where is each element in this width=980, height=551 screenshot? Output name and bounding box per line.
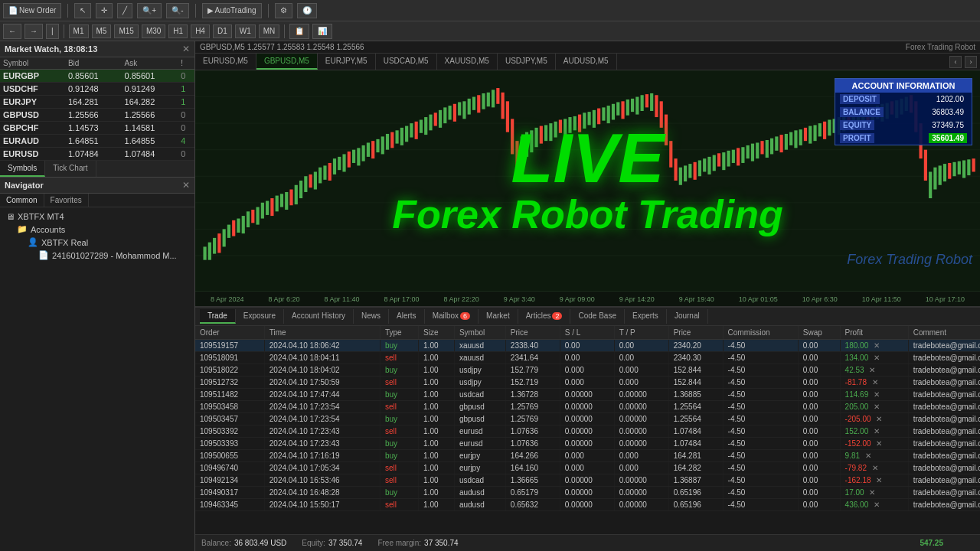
term-tab-trade[interactable]: Trade <box>200 309 236 324</box>
svg-rect-93 <box>612 104 615 120</box>
arrow-tool-button[interactable]: ↖ <box>74 3 91 18</box>
market-watch-row[interactable]: EURAUD 1.64851 1.64855 4 <box>0 135 194 148</box>
tf-w1[interactable]: W1 <box>235 24 256 38</box>
close-order-button[interactable]: ✕ <box>869 366 875 374</box>
tab-symbols[interactable]: Symbols <box>0 161 45 177</box>
tf-mn[interactable]: MN <box>259 24 280 38</box>
nav-item-account[interactable]: 📄 241601027289 - Mohammod M... <box>35 249 191 262</box>
term-tab-code-base[interactable]: Code Base <box>570 309 624 324</box>
svg-rect-98 <box>635 97 639 115</box>
market-watch-close[interactable]: ✕ <box>182 44 190 54</box>
term-tab-alerts[interactable]: Alerts <box>389 309 425 324</box>
line-tool-button[interactable]: ╱ <box>117 3 132 18</box>
close-order-button[interactable]: ✕ <box>874 354 880 362</box>
navigator-close[interactable]: ✕ <box>182 180 190 191</box>
term-tab-account-history[interactable]: Account History <box>284 309 354 324</box>
crosshair-button[interactable]: ✛ <box>96 3 113 18</box>
table-row[interactable]: 109512732 2024.04.10 17:50:59 sell 1.00 … <box>195 377 980 389</box>
nav-item-accounts[interactable]: 📁 Accounts <box>14 223 191 236</box>
close-order-button[interactable]: ✕ <box>876 439 882 448</box>
table-row[interactable]: 109463345 2024.04.10 15:50:17 sell 1.00 … <box>195 499 980 511</box>
close-order-button[interactable]: ✕ <box>874 500 880 509</box>
table-row[interactable]: 109519157 2024.04.10 18:06:42 buy 1.00 x… <box>195 340 980 352</box>
close-order-button[interactable]: ✕ <box>876 476 882 484</box>
indicators-button[interactable]: 📊 <box>312 24 332 39</box>
close-order-button[interactable]: ✕ <box>872 464 878 472</box>
table-row[interactable]: 109496740 2024.04.10 17:05:34 sell 1.00 … <box>195 462 980 474</box>
market-watch-row[interactable]: EURJPY 164.281 164.282 1 <box>0 96 194 109</box>
tab-tick-chart[interactable]: Tick Chart <box>45 161 96 177</box>
close-order-button[interactable]: ✕ <box>876 415 882 423</box>
market-watch-row[interactable]: GBPUSD 1.25566 1.25566 0 <box>0 109 194 122</box>
draw-line-button[interactable]: | <box>46 24 59 39</box>
chart-tabs-next[interactable]: › <box>965 56 977 68</box>
svg-rect-65 <box>477 95 480 112</box>
table-row[interactable]: 109503458 2024.04.10 17:23:54 sell 1.00 … <box>195 401 980 413</box>
market-watch-row[interactable]: EURUSD 1.07484 1.07484 0 <box>0 148 194 161</box>
term-tab-exposure[interactable]: Exposure <box>236 309 284 324</box>
table-row[interactable]: 109518091 2024.04.10 18:04:11 sell 1.00 … <box>195 352 980 364</box>
svg-rect-91 <box>602 107 605 120</box>
svg-rect-43 <box>371 141 374 158</box>
table-row[interactable]: 109500655 2024.04.10 17:16:19 buy 1.00 e… <box>195 450 980 462</box>
next-tool-button[interactable]: → <box>24 24 43 39</box>
close-order-button[interactable]: ✕ <box>869 488 875 497</box>
close-order-button[interactable]: ✕ <box>865 452 871 460</box>
table-row[interactable]: 109518022 2024.04.10 18:04:02 buy 1.00 u… <box>195 364 980 377</box>
nav-item-xbtfx[interactable]: 👤 XBTFX Real <box>24 236 191 249</box>
tf-d1[interactable]: D1 <box>213 24 232 38</box>
table-row[interactable]: 109511482 2024.04.10 17:47:44 buy 1.00 u… <box>195 389 980 401</box>
chart-tab-usdcad[interactable]: USDCAD,M5 <box>376 54 437 70</box>
chart-tab-audusd[interactable]: AUDUSD,M5 <box>556 54 617 70</box>
settings-button[interactable]: ⚙ <box>275 3 292 18</box>
chart-tabs-prev[interactable]: ‹ <box>949 56 962 68</box>
nav-tab-common[interactable]: Common <box>0 194 44 207</box>
chart-tab-gbpusd[interactable]: GBPUSD,M5 <box>256 54 318 70</box>
chart-tab-xauusd[interactable]: XAUUSD,M5 <box>437 54 498 70</box>
svg-rect-118 <box>732 150 735 163</box>
close-order-button[interactable]: ✕ <box>874 427 880 435</box>
chart-tab-eurusd[interactable]: EURUSD,M5 <box>195 54 256 70</box>
table-row[interactable]: 109490317 2024.04.10 16:48:28 buy 1.00 a… <box>195 487 980 499</box>
order-time: 2024.04.10 17:47:44 <box>264 389 380 401</box>
table-row[interactable]: 109492134 2024.04.10 16:53:46 sell 1.00 … <box>195 474 980 487</box>
table-row[interactable]: 109503392 2024.04.10 17:23:43 sell 1.00 … <box>195 425 980 438</box>
symbol-name: EURJPY <box>0 96 65 109</box>
nav-item-mt4[interactable]: 🖥 XBTFX MT4 <box>3 210 191 223</box>
market-watch-row[interactable]: EURGBP 0.85601 0.85601 0 <box>0 70 194 83</box>
term-tab-market[interactable]: Market <box>479 309 518 324</box>
template-button[interactable]: 📋 <box>289 24 309 39</box>
tf-m5[interactable]: M5 <box>92 24 112 38</box>
chart-tab-usdjpy[interactable]: USDJPY,M5 <box>498 54 556 70</box>
term-tab-news[interactable]: News <box>354 309 389 324</box>
chart-main[interactable]: LIVE Forex Robot Trading ACCOUNT INFORMA… <box>195 70 980 291</box>
zoom-out-button[interactable]: 🔍- <box>166 3 188 18</box>
history-button[interactable]: 🕐 <box>297 3 317 18</box>
market-watch-row[interactable]: GBPCHF 1.14573 1.14581 0 <box>0 122 194 135</box>
close-order-button[interactable]: ✕ <box>874 390 880 399</box>
chart-tab-eurjpy[interactable]: EURJPY,M5 <box>318 54 376 70</box>
zoom-in-button[interactable]: 🔍+ <box>137 3 162 18</box>
new-order-button[interactable]: 📄 New Order <box>3 3 61 18</box>
term-tab-experts[interactable]: Experts <box>625 309 667 324</box>
table-row[interactable]: 109503393 2024.04.10 17:23:43 buy 1.00 e… <box>195 438 980 450</box>
autotrading-button[interactable]: ▶ AutoTrading <box>202 3 262 18</box>
close-order-button[interactable]: ✕ <box>872 378 878 386</box>
tf-h4[interactable]: H4 <box>191 24 210 38</box>
tf-m1[interactable]: M1 <box>69 24 89 38</box>
close-order-button[interactable]: ✕ <box>874 403 880 411</box>
nav-tab-favorites[interactable]: Favorites <box>44 194 89 207</box>
term-tab-mailbox[interactable]: Mailbox6 <box>425 309 479 324</box>
close-order-button[interactable]: ✕ <box>874 341 880 350</box>
market-watch-row[interactable]: USDCHF 0.91248 0.91249 1 <box>0 83 194 96</box>
svg-rect-76 <box>530 130 533 152</box>
term-tab-articles[interactable]: Articles2 <box>518 309 571 324</box>
table-row[interactable]: 109503457 2024.04.10 17:23:54 buy 1.00 g… <box>195 413 980 425</box>
tf-m30[interactable]: M30 <box>142 24 165 38</box>
tf-h1[interactable]: H1 <box>168 24 188 38</box>
term-tab-journal[interactable]: Journal <box>667 309 708 324</box>
prev-tool-button[interactable]: ← <box>3 24 21 39</box>
tf-m15[interactable]: M15 <box>114 24 138 38</box>
order-tp: 0.000 <box>614 450 668 462</box>
trades-table-wrap[interactable]: OrderTimeTypeSizeSymbolPriceS / LT / PPr… <box>195 326 980 534</box>
